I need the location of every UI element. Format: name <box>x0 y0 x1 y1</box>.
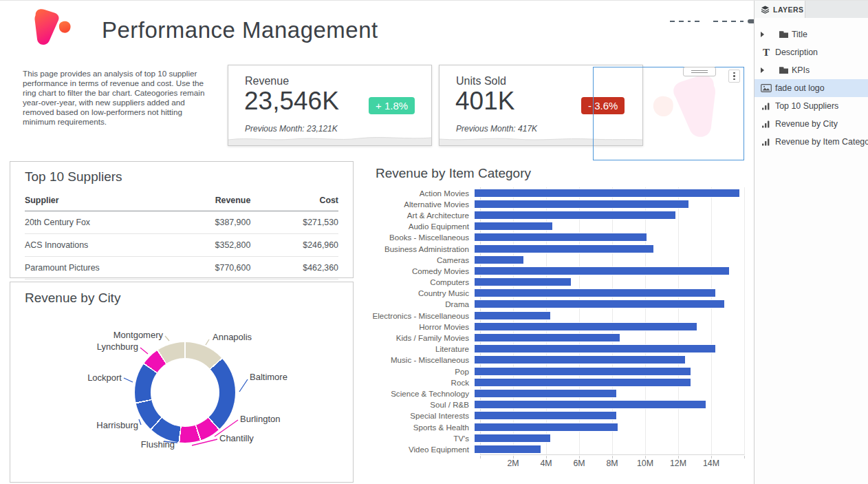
supplier-cell: ACS Innovations <box>25 234 150 257</box>
category-label: Video Equipment <box>365 445 475 454</box>
bar-track <box>475 312 744 319</box>
layer-item-top-10-suppliers[interactable]: Top 10 Suppliers <box>755 97 868 115</box>
category-label: Cameras <box>365 255 475 264</box>
kpi-label: Units Sold <box>456 75 506 87</box>
bar[interactable] <box>475 356 685 364</box>
layers-list: TitleTDescriptionKPIsfade out logoTop 10… <box>755 18 868 151</box>
category-label: TV's <box>365 434 475 443</box>
bar[interactable] <box>475 401 706 408</box>
image-icon <box>760 84 772 92</box>
bar[interactable] <box>475 211 675 219</box>
tick-mark <box>480 456 481 459</box>
bar-row: TV's <box>365 432 744 443</box>
bar[interactable] <box>475 300 724 308</box>
kebab-menu-button[interactable] <box>728 70 740 83</box>
ring-chart[interactable] <box>135 342 235 443</box>
bar[interactable] <box>475 222 552 230</box>
slice-label: Burlington <box>240 414 281 424</box>
layers-icon <box>761 6 770 14</box>
category-label: Soul / R&B <box>365 400 475 409</box>
bar-track <box>475 256 744 264</box>
bar[interactable] <box>475 445 541 453</box>
value-cell: $352,800 <box>150 234 250 257</box>
bar[interactable] <box>475 189 739 197</box>
bar[interactable] <box>475 233 647 241</box>
value-cell: $387,900 <box>150 211 250 234</box>
category-label: Pop <box>365 367 475 376</box>
bar-row: Electronics - Miscellaneous <box>365 310 744 321</box>
category-label: Business Administration <box>365 244 475 253</box>
layer-item-description[interactable]: TDescription <box>755 43 868 61</box>
column-header: Supplier <box>25 191 150 211</box>
category-label: Alternative Movies <box>365 200 475 209</box>
bar-track <box>475 412 744 419</box>
bar-track <box>475 300 744 308</box>
dashboard-canvas[interactable]: Performance Management This page provide… <box>0 1 754 484</box>
app-window: Performance Management This page provide… <box>0 0 868 484</box>
revenue-by-city-card[interactable]: Revenue by City AnnapolisBaltimoreBurlin… <box>10 282 354 483</box>
bar[interactable] <box>475 256 523 264</box>
layer-item-revenue-by-item-catego[interactable]: Revenue by Item Catego <box>755 133 868 151</box>
bar[interactable] <box>475 345 715 353</box>
selected-widget-fade-out-logo[interactable] <box>593 67 744 160</box>
bar[interactable] <box>475 323 697 330</box>
bar[interactable] <box>475 312 550 319</box>
bar[interactable] <box>475 200 688 208</box>
bar-row: Drama <box>365 299 744 310</box>
caret-right-icon[interactable] <box>761 32 764 37</box>
bar-row: Audio Equipment <box>365 221 744 232</box>
bar[interactable] <box>475 278 571 286</box>
tick-mark <box>744 456 745 459</box>
bar-track <box>475 222 744 230</box>
layer-item-revenue-by-city[interactable]: Revenue by City <box>755 115 868 133</box>
layer-item-label: fade out logo <box>775 83 825 93</box>
bar[interactable] <box>475 390 616 397</box>
bar[interactable] <box>475 334 620 341</box>
bar-row: Art & Architecture <box>365 209 744 220</box>
bar[interactable] <box>475 423 618 431</box>
slice-label: Montgomery <box>113 330 163 340</box>
chart-title: Revenue by Item Category <box>376 166 531 181</box>
bar[interactable] <box>475 412 616 419</box>
bar-track <box>475 189 744 197</box>
layer-item-fade-out-logo[interactable]: fade out logo <box>755 79 868 97</box>
table-row[interactable]: Paramount Pictures$770,600$462,360 <box>25 257 338 280</box>
bar-track <box>475 379 744 386</box>
suppliers-table: SupplierRevenueCost 20th Century Fox$387… <box>25 191 338 280</box>
table-row[interactable]: 20th Century Fox$387,900$271,530 <box>25 211 338 234</box>
caret-right-icon[interactable] <box>761 67 764 73</box>
bar-track <box>475 368 744 375</box>
slice-label: Annapolis <box>213 332 252 342</box>
bar[interactable] <box>475 434 550 442</box>
folder-icon <box>777 66 790 74</box>
category-label: Computers <box>365 277 475 286</box>
page-title: Performance Management <box>102 17 378 43</box>
category-label: Electronics - Miscellaneous <box>365 311 475 320</box>
bar[interactable] <box>475 267 729 275</box>
category-label: Drama <box>365 299 475 308</box>
x-tick-label: 4M <box>540 459 552 468</box>
bar-track <box>475 445 744 453</box>
category-label: Special Interests <box>365 411 475 420</box>
kpi-card-revenue[interactable]: Revenue 23,546K + 1.8% Previous Month: 2… <box>228 65 432 146</box>
faded-logo-image <box>636 70 741 158</box>
bar[interactable] <box>475 245 653 253</box>
layer-item-title[interactable]: Title <box>755 25 868 43</box>
bar-row: Science & Technology <box>365 388 744 399</box>
bar[interactable] <box>475 289 715 297</box>
bar[interactable] <box>475 379 691 386</box>
revenue-by-item-category-chart[interactable]: Revenue by Item Category Action MoviesAl… <box>365 162 750 481</box>
tab-layers[interactable]: LAYERS <box>755 1 805 18</box>
bar[interactable] <box>475 368 691 375</box>
table-row[interactable]: ACS Innovations$352,800$246,960 <box>25 234 338 257</box>
chart-icon <box>760 138 772 146</box>
category-label: Music - Miscellaneous <box>365 355 475 364</box>
top-10-suppliers-card[interactable]: Top 10 Suppliers SupplierRevenueCost 20t… <box>10 161 354 278</box>
drag-handle[interactable] <box>683 67 716 76</box>
layer-item-kpis[interactable]: KPIs <box>755 61 868 79</box>
layers-panel: LAYERS TitleTDescriptionKPIsfade out log… <box>754 1 868 484</box>
bar-track <box>475 356 744 364</box>
bar-row: Literature <box>365 344 744 355</box>
x-tick-label: 10M <box>637 459 653 468</box>
slice-label: Chantilly <box>219 433 254 443</box>
